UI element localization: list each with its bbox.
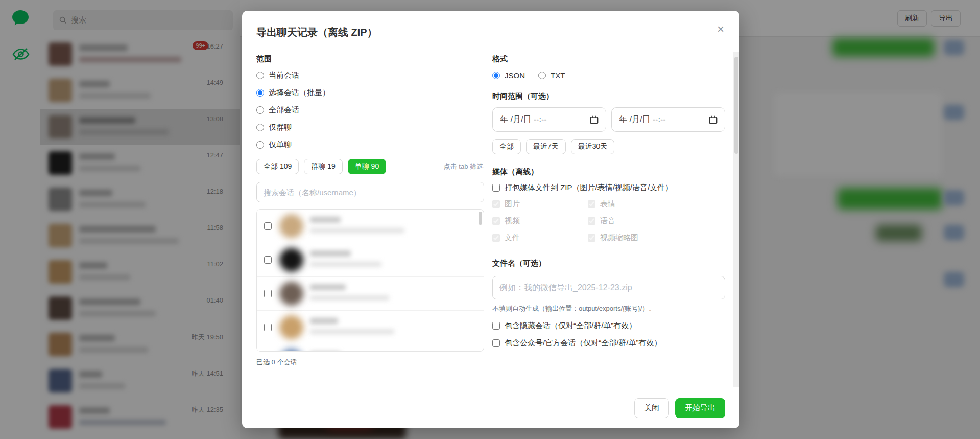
video-checkbox bbox=[492, 217, 500, 225]
conversation-search-input[interactable] bbox=[256, 182, 484, 202]
conversation-checkbox[interactable] bbox=[264, 256, 272, 264]
options-column: 格式 JSON TXT 时间范围（可选） bbox=[492, 54, 725, 367]
scope-option-singles-only[interactable]: 仅单聊 bbox=[256, 140, 484, 150]
dialog-title: 导出聊天记录（离线 ZIP） bbox=[256, 26, 377, 39]
conversation-item[interactable] bbox=[257, 243, 484, 277]
blurred-name bbox=[310, 318, 338, 324]
list-scrollbar[interactable] bbox=[479, 212, 482, 225]
radio-txt[interactable] bbox=[538, 72, 546, 79]
media-type-video-thumbnail: 视频缩略图 bbox=[588, 229, 725, 246]
scope-option-select-batch[interactable]: 选择会话（批量） bbox=[256, 87, 484, 98]
filename-label: 文件名（可选） bbox=[492, 259, 725, 268]
media-type-voice: 语音 bbox=[588, 213, 725, 229]
blurred-name bbox=[310, 250, 351, 257]
blurred-username bbox=[310, 329, 394, 334]
scope-option-groups-only[interactable]: 仅群聊 bbox=[256, 122, 484, 132]
dialog-header: 导出聊天记录（离线 ZIP） × bbox=[242, 11, 739, 51]
scope-option-current[interactable]: 当前会话 bbox=[256, 70, 484, 80]
avatar bbox=[279, 315, 303, 339]
media-type-sticker: 表情 bbox=[588, 196, 725, 213]
blurred-username bbox=[310, 262, 381, 267]
start-datetime-input[interactable]: 年 /月/日 --:-- bbox=[492, 107, 606, 132]
pack-media-option[interactable]: 打包媒体文件到 ZIP（图片/表情/视频/语音/文件） bbox=[492, 183, 725, 193]
image-checkbox bbox=[492, 200, 500, 208]
radio-all[interactable] bbox=[256, 106, 264, 114]
filter-tab-groups[interactable]: 群聊 19 bbox=[304, 159, 342, 174]
screen: 搜索 99+ 16:27 14:49 bbox=[0, 0, 980, 439]
radio-groups-only[interactable] bbox=[256, 124, 264, 131]
scope-label: 范围 bbox=[256, 54, 484, 64]
format-label: 格式 bbox=[492, 54, 725, 64]
radio-current[interactable] bbox=[256, 72, 264, 79]
conversation-item[interactable] bbox=[257, 344, 484, 352]
include-hidden-checkbox[interactable] bbox=[492, 322, 500, 330]
filter-hint: 点击 tab 筛选 bbox=[444, 162, 484, 171]
media-label: 媒体（离线） bbox=[492, 167, 725, 177]
conversation-item[interactable] bbox=[257, 277, 484, 311]
export-dialog: 导出聊天记录（离线 ZIP） × 范围 当前会话 选择会话（批量） bbox=[242, 11, 739, 428]
avatar bbox=[279, 248, 303, 272]
calendar-icon[interactable] bbox=[709, 115, 718, 124]
media-type-image: 图片 bbox=[492, 196, 588, 213]
blurred-username bbox=[310, 295, 389, 301]
filter-tab-singles[interactable]: 单聊 90 bbox=[348, 159, 386, 174]
conversation-list bbox=[256, 209, 484, 352]
video-thumbnail-checkbox bbox=[588, 234, 595, 242]
calendar-icon[interactable] bbox=[590, 115, 599, 124]
media-types: 图片 表情 视频 语音 bbox=[492, 196, 725, 246]
end-datetime-input[interactable]: 年 /月/日 --:-- bbox=[611, 107, 725, 132]
close-icon[interactable]: × bbox=[717, 23, 724, 35]
avatar bbox=[279, 349, 303, 352]
quick-range-30days[interactable]: 最近30天 bbox=[571, 139, 615, 154]
blurred-name bbox=[310, 284, 346, 290]
include-hidden-option[interactable]: 包含隐藏会话（仅对“全部/群/单”有效） bbox=[492, 321, 725, 331]
format-option-json[interactable]: JSON bbox=[492, 70, 525, 80]
dialog-footer: 关闭 开始导出 bbox=[242, 387, 739, 428]
avatar bbox=[279, 214, 303, 238]
radio-select-batch[interactable] bbox=[256, 89, 264, 97]
media-type-video: 视频 bbox=[492, 213, 588, 229]
pack-media-checkbox[interactable] bbox=[492, 184, 500, 192]
close-button[interactable]: 关闭 bbox=[634, 398, 669, 418]
start-export-button[interactable]: 开始导出 bbox=[675, 398, 725, 418]
avatar bbox=[279, 282, 303, 306]
filename-input[interactable] bbox=[492, 276, 725, 299]
dialog-scrollbar[interactable] bbox=[733, 52, 739, 387]
radio-singles-only[interactable] bbox=[256, 141, 264, 149]
conversation-checkbox[interactable] bbox=[264, 222, 272, 230]
radio-json[interactable] bbox=[492, 72, 500, 79]
conversation-checkbox[interactable] bbox=[264, 324, 272, 331]
file-checkbox bbox=[492, 234, 500, 242]
blurred-username bbox=[310, 228, 404, 233]
media-type-file: 文件 bbox=[492, 229, 588, 246]
dialog-body: 范围 当前会话 选择会话（批量） 全部会话 bbox=[242, 51, 733, 387]
conversation-item[interactable] bbox=[257, 311, 484, 344]
scope-option-all[interactable]: 全部会话 bbox=[256, 105, 484, 115]
format-option-txt[interactable]: TXT bbox=[538, 70, 565, 80]
conversation-item[interactable] bbox=[257, 210, 484, 243]
quick-range-7days[interactable]: 最近7天 bbox=[526, 139, 566, 154]
filter-tab-all[interactable]: 全部 109 bbox=[256, 159, 299, 174]
blurred-name bbox=[310, 217, 341, 223]
conversation-checkbox[interactable] bbox=[264, 290, 272, 297]
include-official-checkbox[interactable] bbox=[492, 339, 500, 347]
voice-checkbox bbox=[588, 217, 595, 225]
include-official-option[interactable]: 包含公众号/官方会话（仅对“全部/群/单”有效） bbox=[492, 338, 725, 348]
selected-count: 已选 0 个会话 bbox=[256, 358, 484, 367]
scope-column: 范围 当前会话 选择会话（批量） 全部会话 bbox=[256, 54, 484, 367]
filename-hint: 不填则自动生成（输出位置：output/exports/{账号}/）。 bbox=[492, 304, 725, 313]
time-range-label: 时间范围（可选） bbox=[492, 91, 725, 101]
dialog-scrollbar-thumb[interactable] bbox=[734, 57, 738, 154]
sticker-checkbox bbox=[588, 200, 595, 208]
quick-range-all[interactable]: 全部 bbox=[492, 139, 521, 154]
